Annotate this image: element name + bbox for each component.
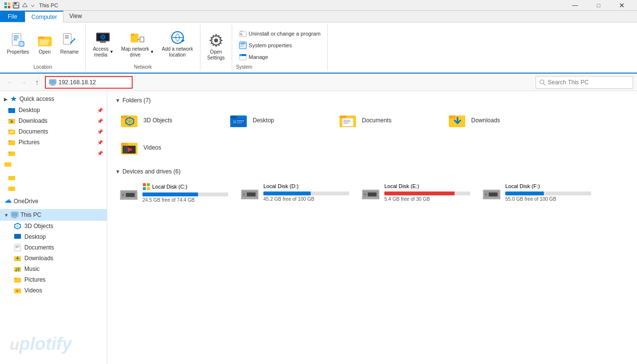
sidebar-item-this-pc-downloads[interactable]: Downloads — [0, 253, 107, 264]
sidebar-item-pictures[interactable]: Pictures 📌 — [0, 137, 107, 148]
close-button[interactable]: ✕ — [611, 0, 633, 11]
drive-item-e[interactable]: Local Disk (E:) 5.4 GB free of 30 GB — [357, 179, 474, 207]
svg-rect-47 — [51, 84, 54, 85]
uninstall-button[interactable]: Uninstall or change a program — [236, 28, 323, 39]
main-area: ▶ Quick access Desktop 📌 Downloads 📌 — [0, 91, 637, 364]
tab-view[interactable]: View — [63, 11, 88, 22]
properties-button[interactable]: ⓘ Properties — [4, 31, 32, 57]
address-bar: ← → ↑ — [0, 74, 637, 91]
drive-d-info: Local Disk (D:) 45.2 GB free of 100 GB — [263, 183, 349, 202]
window-title: This PC — [39, 2, 58, 8]
window-icon — [4, 2, 11, 9]
sidebar-item-qa4[interactable] — [0, 172, 107, 183]
svg-rect-42 — [239, 56, 246, 60]
svg-rect-99 — [449, 115, 456, 118]
sidebar-item-documents[interactable]: Documents 📌 — [0, 126, 107, 137]
drive-d-bar — [263, 192, 311, 195]
sidebar-item-downloads[interactable]: Downloads 📌 — [0, 115, 107, 126]
svg-rect-8 — [14, 36, 19, 37]
open-settings-button[interactable]: OpenSettings — [204, 31, 228, 63]
folder-item-documents[interactable]: Documents — [334, 108, 441, 133]
address-input-wrapper — [45, 76, 133, 89]
desktop-folder-icon2 — [229, 111, 249, 130]
ribbon-group-location1: ⓘ Properties Open — [0, 24, 86, 71]
drive-e-space: 5.4 GB free of 30 GB — [384, 196, 430, 202]
sidebar-item-qa5[interactable] — [0, 183, 107, 193]
documents-folder-icon2 — [338, 111, 358, 130]
search-input[interactable] — [548, 79, 630, 86]
up-button[interactable]: ↑ — [31, 77, 43, 88]
forward-button[interactable]: → — [18, 77, 29, 88]
sidebar-3dobjects-label: 3D Objects — [24, 223, 53, 230]
add-network-location-button[interactable]: Add a networklocation — [159, 28, 196, 60]
drive-item-d[interactable]: Local Disk (D:) 45.2 GB free of 100 GB — [236, 179, 353, 207]
svg-rect-101 — [121, 143, 128, 146]
open-icon — [37, 33, 53, 48]
folder-item-videos[interactable]: Videos — [115, 135, 222, 160]
maximize-button[interactable]: □ — [587, 0, 610, 11]
drives-section-header[interactable]: ▼ Devices and drives (6) — [115, 168, 629, 175]
tab-file[interactable]: File — [0, 11, 25, 22]
pictures-icon2 — [14, 276, 21, 284]
folder-icon-qa4 — [8, 173, 16, 181]
svg-rect-125 — [362, 197, 379, 199]
onedrive-icon — [4, 197, 12, 205]
svg-point-109 — [122, 194, 124, 196]
folder-item-downloads[interactable]: Downloads — [443, 108, 550, 133]
manage-label: Manage — [249, 54, 268, 60]
drive-d-icon — [240, 183, 259, 202]
sidebar-desktop-label: Desktop — [19, 107, 40, 114]
svg-line-50 — [543, 83, 545, 85]
svg-rect-130 — [483, 197, 500, 199]
downloads-name: Downloads — [471, 117, 500, 124]
folder-item-3d-objects[interactable]: 3D Objects — [115, 108, 222, 133]
svg-rect-48 — [50, 85, 55, 86]
sidebar-documents2-label: Documents — [24, 244, 54, 251]
svg-point-33 — [214, 38, 218, 42]
svg-rect-3 — [8, 6, 10, 8]
svg-rect-2 — [4, 6, 7, 8]
sidebar-item-this-pc-desktop[interactable]: Desktop — [0, 231, 107, 242]
svg-rect-1 — [8, 2, 10, 5]
system-properties-button[interactable]: System properties — [236, 40, 323, 51]
drive-item-f[interactable]: Local Disk (F:) 55.0 GB free of 100 GB — [478, 179, 595, 207]
sidebar-item-3d-objects[interactable]: 3D Objects — [0, 221, 107, 231]
sidebar: ▶ Quick access Desktop 📌 Downloads 📌 — [0, 91, 107, 364]
sidebar-item-qa2[interactable] — [0, 158, 107, 169]
address-input[interactable] — [59, 79, 127, 86]
drive-f-bar — [505, 192, 544, 195]
back-button[interactable]: ← — [4, 77, 16, 88]
map-network-drive-button[interactable]: Map networkdrive ▼ — [119, 28, 157, 60]
svg-rect-65 — [8, 187, 15, 191]
svg-point-128 — [485, 193, 487, 195]
tab-computer[interactable]: Computer — [25, 11, 63, 22]
svg-rect-97 — [343, 123, 348, 124]
drive-c-icon — [119, 183, 139, 203]
drive-item-c[interactable]: Local Disk (C:) 24.5 GB free of 74.4 GB — [115, 179, 232, 207]
drive-d-bar-container — [263, 192, 349, 195]
sidebar-item-this-pc-music[interactable]: Music — [0, 264, 107, 274]
folder-item-desktop[interactable]: Desktop — [224, 108, 332, 133]
pin-icon: 📌 — [97, 108, 103, 113]
open-button[interactable]: Open — [34, 31, 56, 57]
minimize-button[interactable]: — — [564, 0, 586, 11]
sidebar-item-this-pc-documents[interactable]: Documents — [0, 242, 107, 253]
quick-access-icon — [21, 2, 28, 9]
access-media-button[interactable]: Accessmedia ▼ — [90, 28, 116, 60]
sidebar-item-this-pc-pictures[interactable]: Pictures — [0, 274, 107, 285]
sidebar-quick-access[interactable]: ▶ Quick access — [0, 93, 107, 105]
this-pc-sidebar-icon — [11, 211, 19, 219]
manage-button[interactable]: Manage — [236, 52, 323, 62]
sidebar-item-desktop[interactable]: Desktop 📌 — [0, 105, 107, 115]
svg-rect-24 — [100, 41, 106, 43]
sidebar-item-this-pc-videos[interactable]: Videos — [0, 285, 107, 296]
sidebar-onedrive[interactable]: OneDrive — [0, 195, 107, 207]
sidebar-item-qa1[interactable]: 📌 — [0, 148, 107, 158]
drive-f-space: 55.0 GB free of 100 GB — [505, 196, 557, 202]
svg-rect-71 — [15, 234, 20, 238]
sidebar-this-pc[interactable]: ▼ This PC — [0, 209, 107, 221]
3d-objects-icon — [14, 222, 21, 230]
rename-button[interactable]: Rename — [58, 31, 82, 57]
svg-rect-9 — [14, 38, 19, 38]
folders-section-header[interactable]: ▼ Folders (7) — [115, 97, 629, 104]
